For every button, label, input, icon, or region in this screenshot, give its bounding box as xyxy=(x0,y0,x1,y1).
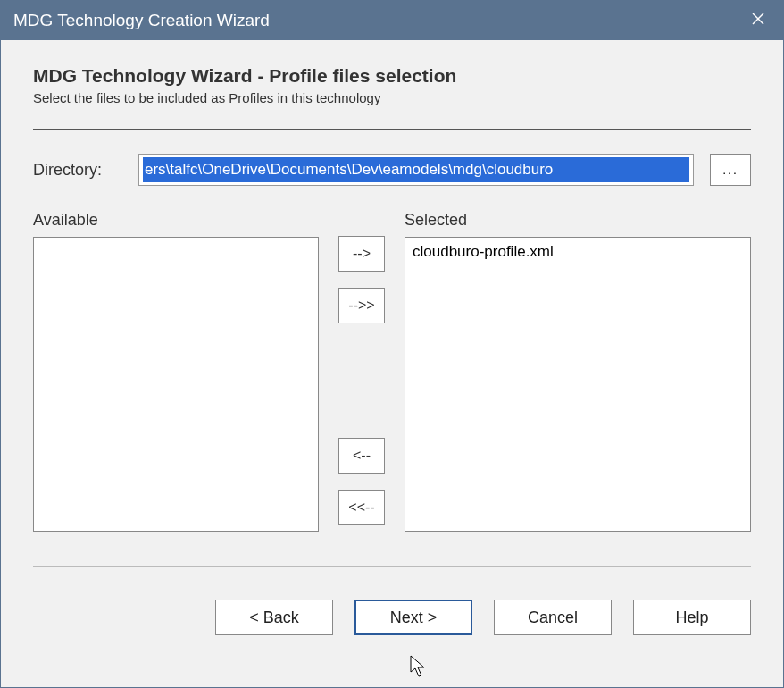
help-button[interactable]: Help xyxy=(633,600,751,635)
footer-buttons: < Back Next > Cancel Help xyxy=(33,567,751,648)
selected-column: Selected cloudburo-profile.xml xyxy=(405,211,751,541)
close-icon xyxy=(752,12,764,29)
window-title: MDG Technology Creation Wizard xyxy=(13,11,270,30)
remove-all-button[interactable]: <<-- xyxy=(338,490,385,525)
window-close-button[interactable] xyxy=(733,1,783,40)
wizard-window: MDG Technology Creation Wizard MDG Techn… xyxy=(0,0,784,688)
available-listbox[interactable] xyxy=(33,237,319,532)
header-divider xyxy=(33,129,751,130)
selected-listbox[interactable]: cloudburo-profile.xml xyxy=(405,237,751,532)
directory-row: Directory: ... xyxy=(33,154,751,186)
directory-label: Directory: xyxy=(33,161,122,180)
browse-directory-button[interactable]: ... xyxy=(710,154,751,186)
list-item[interactable]: cloudburo-profile.xml xyxy=(413,243,743,261)
cancel-button[interactable]: Cancel xyxy=(494,600,612,635)
back-button[interactable]: < Back xyxy=(215,600,333,635)
directory-input[interactable] xyxy=(143,157,689,182)
available-column: Available xyxy=(33,211,319,541)
add-all-button[interactable]: -->> xyxy=(338,288,385,323)
transfer-area: Available --> -->> <-- <<-- Selected clo… xyxy=(33,211,751,541)
page-heading: MDG Technology Wizard - Profile files se… xyxy=(33,65,751,87)
available-label: Available xyxy=(33,211,319,230)
wizard-content: MDG Technology Wizard - Profile files se… xyxy=(1,40,783,687)
selected-label: Selected xyxy=(405,211,751,230)
add-button[interactable]: --> xyxy=(338,236,385,272)
remove-button[interactable]: <-- xyxy=(338,438,385,474)
title-bar: MDG Technology Creation Wizard xyxy=(1,1,783,40)
transfer-buttons: --> -->> <-- <<-- xyxy=(335,211,388,541)
directory-input-wrap xyxy=(138,154,694,186)
mouse-cursor-icon xyxy=(410,655,428,678)
page-subheading: Select the files to be included as Profi… xyxy=(33,90,751,105)
next-button[interactable]: Next > xyxy=(354,600,472,635)
